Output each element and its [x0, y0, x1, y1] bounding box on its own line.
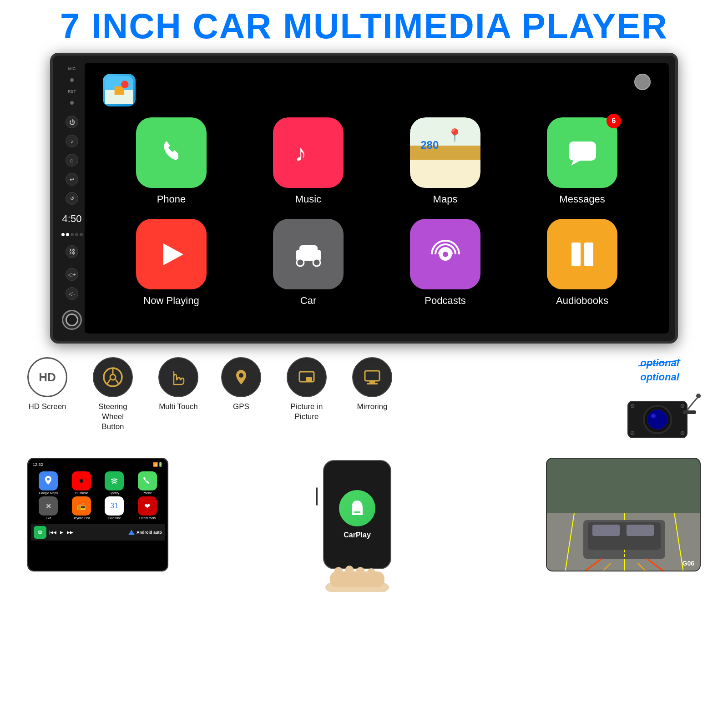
app-grid: Phone ♪ Music: [103, 117, 651, 307]
optional-text: optional: [640, 371, 679, 383]
music-icon: ♪: [273, 117, 344, 188]
svg-point-10: [297, 259, 304, 266]
features-section: HD HD Screen Steering Wheel Button: [0, 348, 728, 453]
maps-number: 280: [420, 139, 439, 152]
carplay-logo-text: CarPlay: [344, 531, 371, 539]
android-calendar-icon: 31: [105, 496, 124, 516]
backup-camera-view: [547, 459, 701, 571]
repeat-button[interactable]: ↺: [66, 192, 78, 205]
svg-rect-47: [345, 566, 354, 581]
g06-label: G06: [682, 560, 694, 567]
svg-rect-9: [299, 245, 318, 253]
audiobooks-icon: [547, 219, 617, 289]
svg-rect-25: [369, 381, 375, 383]
playback-controls: |◀◀▶▶▶|: [49, 530, 126, 535]
android-app-beyondpod[interactable]: 📻 Beyond Pod: [66, 496, 97, 520]
svg-rect-46: [334, 567, 343, 581]
messages-icon: 6: [547, 117, 617, 188]
svg-rect-24: [365, 371, 379, 381]
circle-button[interactable]: [62, 310, 82, 330]
svg-point-37: [681, 431, 684, 435]
svg-rect-32: [682, 410, 696, 414]
optional-wrapper: optional optional: [640, 357, 679, 383]
android-iheart-icon: ❤: [138, 496, 157, 516]
mic-label: MIC: [68, 66, 76, 71]
app-item-audiobooks[interactable]: Audiobooks: [518, 219, 646, 307]
nowplaying-label: Now Playing: [143, 295, 199, 307]
android-ytmusic-icon: [72, 471, 91, 490]
android-app-calendar[interactable]: 31 Calendar: [99, 496, 130, 520]
app-item-music[interactable]: ♪ Music: [244, 117, 372, 205]
carplay-topbar: [103, 74, 651, 106]
home-button[interactable]: ⌂: [66, 154, 78, 167]
maps-pin: 📍: [447, 128, 463, 143]
back-button[interactable]: ↩: [66, 173, 78, 186]
mirroring-label: Mirroring: [357, 402, 387, 412]
car-icon: [273, 219, 344, 289]
svg-rect-43: [354, 511, 360, 513]
maps-icon-inner: 280 📍: [410, 117, 480, 188]
mic-dot: [70, 78, 74, 82]
svg-point-13: [443, 252, 448, 257]
vol-up-button[interactable]: ◁+: [66, 268, 78, 281]
app-item-podcasts[interactable]: Podcasts: [381, 219, 509, 307]
app-item-phone[interactable]: Phone: [107, 117, 235, 205]
svg-rect-48: [356, 567, 364, 581]
phone-vol-buttons: [316, 487, 318, 506]
android-time: 12:32: [33, 462, 43, 467]
time-display: 4:50: [62, 213, 82, 225]
android-app-phone[interactable]: Phone: [132, 471, 163, 495]
music-button[interactable]: ♪: [66, 135, 78, 147]
feature-hd-screen: HD HD Screen: [27, 357, 67, 412]
svg-rect-15: [584, 243, 593, 266]
camera-section: optional optional: [619, 357, 701, 449]
backup-camera-screen: 8:51 📶: [546, 458, 701, 571]
bottom-section: 12:32 📶🔋 Google Maps YT Music: [0, 453, 728, 576]
aa-triangle: [128, 530, 135, 535]
svg-rect-57: [592, 525, 620, 536]
svg-point-33: [696, 394, 701, 398]
car-unit: MIC RST ⏻ ♪ ⌂ ↩ ↺ 4:50 ⛓ ◁+ ◁-: [50, 53, 678, 344]
music-label: Music: [295, 193, 321, 205]
messages-badge: 6: [607, 114, 621, 128]
multitouch-label: Multi Touch: [159, 402, 198, 412]
android-app-exit[interactable]: ✕ Exit: [33, 496, 64, 520]
phone-device: CarPlay: [323, 460, 391, 569]
svg-text:♪: ♪: [295, 140, 307, 166]
hd-screen-label: HD Screen: [28, 402, 66, 412]
camera-wrapper: [619, 388, 701, 449]
android-iheart-label: iHeartRadio: [139, 516, 156, 520]
android-app-iheart[interactable]: ❤ iHeartRadio: [132, 496, 163, 520]
app-item-nowplaying[interactable]: Now Playing: [107, 219, 235, 307]
side-buttons: MIC RST ⏻ ♪ ⌂ ↩ ↺ 4:50 ⛓ ◁+ ◁-: [59, 63, 85, 334]
svg-point-21: [239, 373, 243, 378]
app-item-car[interactable]: Car: [244, 219, 372, 307]
carplay-circle-logo: [339, 490, 375, 526]
svg-point-35: [681, 404, 684, 408]
multitouch-icon: [158, 357, 198, 397]
app-item-messages[interactable]: 6 Messages: [518, 117, 646, 205]
svg-rect-23: [306, 377, 312, 382]
mirroring-icon: [352, 357, 392, 397]
vol-down-button[interactable]: ◁-: [66, 287, 78, 300]
android-phone-label: Phone: [143, 491, 152, 495]
features-list: HD HD Screen Steering Wheel Button: [27, 357, 392, 432]
android-app-spotify[interactable]: Spotify: [99, 471, 130, 495]
phone-label: Phone: [157, 193, 186, 205]
phone-icon: [136, 117, 207, 188]
app-item-maps[interactable]: 280 📍 Maps: [381, 117, 509, 205]
chain-button[interactable]: ⛓: [66, 245, 78, 258]
gps-label: GPS: [233, 402, 249, 412]
svg-point-3: [121, 81, 129, 88]
android-app-ytmusic[interactable]: YT Music: [66, 471, 97, 495]
svg-point-38: [47, 478, 50, 480]
maps-icon: 280 📍: [410, 117, 480, 188]
svg-marker-7: [163, 243, 183, 265]
svg-rect-49: [367, 568, 375, 581]
svg-line-19: [107, 379, 110, 384]
android-exit-icon: ✕: [39, 496, 58, 516]
android-app-maps[interactable]: Google Maps: [33, 471, 64, 495]
power-button[interactable]: ⏻: [66, 116, 78, 128]
svg-rect-58: [627, 525, 654, 536]
android-beyondpod-icon: 📻: [72, 496, 91, 516]
